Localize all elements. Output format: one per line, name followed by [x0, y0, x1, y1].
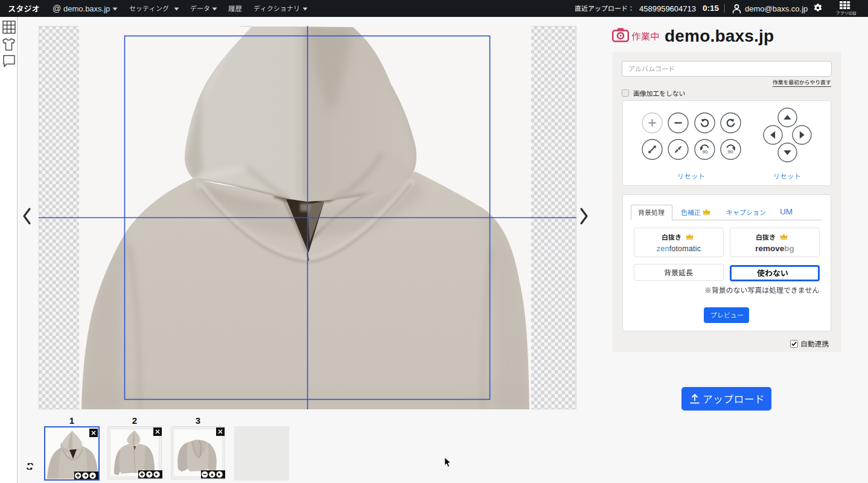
svg-text:90: 90: [728, 149, 733, 155]
svg-text:90: 90: [702, 149, 707, 155]
